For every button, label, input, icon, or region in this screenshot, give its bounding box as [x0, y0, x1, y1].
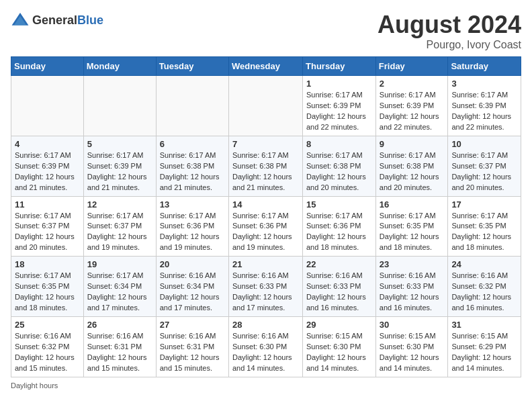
calendar-cell: 20Sunrise: 6:16 AM Sunset: 6:34 PM Dayli…: [156, 257, 228, 317]
title-area: August 2024 Pourgo, Ivory Coast: [378, 11, 521, 51]
calendar-week-row: 18Sunrise: 6:17 AM Sunset: 6:35 PM Dayli…: [11, 257, 521, 317]
calendar-cell: 31Sunrise: 6:15 AM Sunset: 6:29 PM Dayli…: [448, 317, 521, 377]
day-number: 3: [451, 79, 517, 89]
day-number: 30: [380, 320, 445, 330]
calendar-cell: 2Sunrise: 6:17 AM Sunset: 6:39 PM Daylig…: [375, 76, 448, 136]
day-number: 24: [451, 259, 517, 269]
calendar-cell: 13Sunrise: 6:17 AM Sunset: 6:36 PM Dayli…: [156, 196, 228, 257]
page-header: GeneralBlue August 2024 Pourgo, Ivory Co…: [11, 11, 521, 51]
day-number: 4: [15, 139, 80, 149]
day-info: Sunrise: 6:16 AM Sunset: 6:31 PM Dayligh…: [160, 331, 225, 374]
day-number: 8: [306, 139, 372, 149]
day-info: Sunrise: 6:16 AM Sunset: 6:33 PM Dayligh…: [380, 271, 445, 314]
calendar-cell: 7Sunrise: 6:17 AM Sunset: 6:38 PM Daylig…: [228, 136, 302, 196]
day-number: 9: [380, 139, 445, 149]
calendar-week-row: 1Sunrise: 6:17 AM Sunset: 6:39 PM Daylig…: [11, 76, 521, 136]
day-number: 29: [306, 320, 372, 330]
calendar-cell: [83, 76, 156, 136]
day-info: Sunrise: 6:16 AM Sunset: 6:31 PM Dayligh…: [87, 331, 152, 374]
calendar-header-row: SundayMondayTuesdayWednesdayThursdayFrid…: [11, 57, 521, 76]
calendar-cell: [156, 76, 228, 136]
daylight-label: Daylight hours: [11, 381, 58, 390]
day-info: Sunrise: 6:17 AM Sunset: 6:35 PM Dayligh…: [451, 211, 517, 254]
day-info: Sunrise: 6:17 AM Sunset: 6:37 PM Dayligh…: [87, 211, 152, 254]
day-info: Sunrise: 6:16 AM Sunset: 6:32 PM Dayligh…: [451, 271, 517, 314]
calendar-cell: 24Sunrise: 6:16 AM Sunset: 6:32 PM Dayli…: [448, 257, 521, 317]
day-number: 12: [87, 199, 152, 210]
calendar-cell: 5Sunrise: 6:17 AM Sunset: 6:39 PM Daylig…: [83, 136, 156, 196]
calendar-table: SundayMondayTuesdayWednesdayThursdayFrid…: [11, 56, 521, 377]
logo-text: GeneralBlue: [32, 13, 103, 28]
day-number: 14: [232, 199, 299, 210]
calendar-cell: 26Sunrise: 6:16 AM Sunset: 6:31 PM Dayli…: [83, 317, 156, 377]
day-number: 31: [451, 320, 517, 330]
day-number: 26: [87, 320, 152, 330]
calendar-cell: 18Sunrise: 6:17 AM Sunset: 6:35 PM Dayli…: [11, 257, 84, 317]
day-number: 15: [306, 199, 372, 210]
day-info: Sunrise: 6:17 AM Sunset: 6:34 PM Dayligh…: [87, 271, 152, 314]
calendar-week-row: 11Sunrise: 6:17 AM Sunset: 6:37 PM Dayli…: [11, 196, 521, 257]
calendar-day-header: Monday: [83, 57, 156, 76]
calendar-cell: 30Sunrise: 6:15 AM Sunset: 6:30 PM Dayli…: [375, 317, 448, 377]
day-number: 6: [160, 139, 225, 149]
calendar-cell: 4Sunrise: 6:17 AM Sunset: 6:39 PM Daylig…: [11, 136, 84, 196]
day-number: 27: [160, 320, 225, 330]
generalblue-logo-icon: [11, 11, 30, 30]
day-info: Sunrise: 6:16 AM Sunset: 6:34 PM Dayligh…: [160, 271, 225, 314]
day-info: Sunrise: 6:17 AM Sunset: 6:36 PM Dayligh…: [306, 211, 372, 254]
day-number: 17: [451, 199, 517, 210]
location: Pourgo, Ivory Coast: [378, 39, 521, 51]
footer: Daylight hours: [11, 381, 521, 390]
calendar-cell: 22Sunrise: 6:16 AM Sunset: 6:33 PM Dayli…: [303, 257, 376, 317]
calendar-cell: 21Sunrise: 6:16 AM Sunset: 6:33 PM Dayli…: [228, 257, 302, 317]
day-info: Sunrise: 6:15 AM Sunset: 6:30 PM Dayligh…: [306, 331, 372, 374]
day-number: 5: [87, 139, 152, 149]
calendar-cell: 28Sunrise: 6:16 AM Sunset: 6:30 PM Dayli…: [228, 317, 302, 377]
day-info: Sunrise: 6:16 AM Sunset: 6:32 PM Dayligh…: [15, 331, 80, 374]
day-info: Sunrise: 6:16 AM Sunset: 6:33 PM Dayligh…: [306, 271, 372, 314]
calendar-day-header: Saturday: [448, 57, 521, 76]
day-info: Sunrise: 6:17 AM Sunset: 6:39 PM Dayligh…: [306, 90, 372, 133]
logo-general: General: [32, 13, 77, 27]
month-title: August 2024: [378, 11, 521, 39]
calendar-cell: 23Sunrise: 6:16 AM Sunset: 6:33 PM Dayli…: [375, 257, 448, 317]
calendar-cell: 6Sunrise: 6:17 AM Sunset: 6:38 PM Daylig…: [156, 136, 228, 196]
day-number: 25: [15, 320, 80, 330]
day-info: Sunrise: 6:17 AM Sunset: 6:38 PM Dayligh…: [380, 150, 445, 193]
calendar-cell: 12Sunrise: 6:17 AM Sunset: 6:37 PM Dayli…: [83, 196, 156, 257]
calendar-cell: 16Sunrise: 6:17 AM Sunset: 6:35 PM Dayli…: [375, 196, 448, 257]
day-info: Sunrise: 6:17 AM Sunset: 6:38 PM Dayligh…: [306, 150, 372, 193]
day-number: 1: [306, 79, 372, 89]
day-info: Sunrise: 6:17 AM Sunset: 6:36 PM Dayligh…: [160, 211, 225, 254]
day-info: Sunrise: 6:17 AM Sunset: 6:39 PM Dayligh…: [380, 90, 445, 133]
calendar-cell: 17Sunrise: 6:17 AM Sunset: 6:35 PM Dayli…: [448, 196, 521, 257]
day-info: Sunrise: 6:17 AM Sunset: 6:35 PM Dayligh…: [15, 271, 80, 314]
calendar-day-header: Friday: [375, 57, 448, 76]
calendar-cell: [228, 76, 302, 136]
day-info: Sunrise: 6:17 AM Sunset: 6:38 PM Dayligh…: [232, 150, 299, 193]
day-info: Sunrise: 6:17 AM Sunset: 6:39 PM Dayligh…: [451, 90, 517, 133]
day-info: Sunrise: 6:17 AM Sunset: 6:37 PM Dayligh…: [451, 150, 517, 193]
day-info: Sunrise: 6:17 AM Sunset: 6:39 PM Dayligh…: [87, 150, 152, 193]
calendar-cell: 11Sunrise: 6:17 AM Sunset: 6:37 PM Dayli…: [11, 196, 84, 257]
day-number: 20: [160, 259, 225, 269]
day-number: 22: [306, 259, 372, 269]
day-number: 2: [380, 79, 445, 89]
day-number: 11: [15, 199, 80, 210]
calendar-week-row: 4Sunrise: 6:17 AM Sunset: 6:39 PM Daylig…: [11, 136, 521, 196]
day-number: 10: [451, 139, 517, 149]
logo-blue: Blue: [77, 13, 103, 27]
calendar-day-header: Sunday: [11, 57, 84, 76]
day-number: 21: [232, 259, 299, 269]
day-number: 18: [15, 259, 80, 269]
day-info: Sunrise: 6:17 AM Sunset: 6:38 PM Dayligh…: [160, 150, 225, 193]
calendar-cell: 19Sunrise: 6:17 AM Sunset: 6:34 PM Dayli…: [83, 257, 156, 317]
calendar-cell: 3Sunrise: 6:17 AM Sunset: 6:39 PM Daylig…: [448, 76, 521, 136]
day-info: Sunrise: 6:15 AM Sunset: 6:30 PM Dayligh…: [380, 331, 445, 374]
day-info: Sunrise: 6:16 AM Sunset: 6:30 PM Dayligh…: [232, 331, 299, 374]
calendar-cell: 1Sunrise: 6:17 AM Sunset: 6:39 PM Daylig…: [303, 76, 376, 136]
day-number: 28: [232, 320, 299, 330]
calendar-cell: 15Sunrise: 6:17 AM Sunset: 6:36 PM Dayli…: [303, 196, 376, 257]
calendar-cell: 14Sunrise: 6:17 AM Sunset: 6:36 PM Dayli…: [228, 196, 302, 257]
calendar-cell: 25Sunrise: 6:16 AM Sunset: 6:32 PM Dayli…: [11, 317, 84, 377]
